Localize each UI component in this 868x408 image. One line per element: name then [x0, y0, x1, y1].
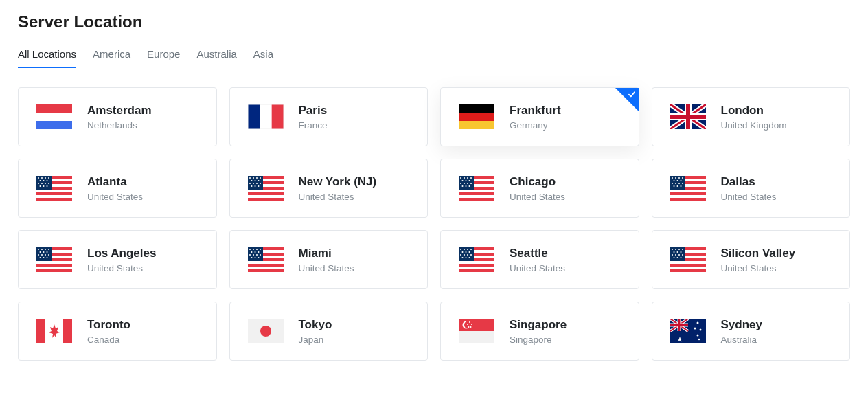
flag-icon-us	[36, 176, 72, 201]
flag-icon-ca	[36, 319, 72, 343]
location-text: MiamiUnited States	[299, 246, 354, 273]
flag-icon-us	[459, 176, 494, 201]
location-text: ChicagoUnited States	[510, 174, 565, 202]
location-text: AmsterdamNetherlands	[87, 103, 152, 131]
location-country: Netherlands	[87, 120, 152, 131]
location-city: Frankfurt	[510, 103, 561, 118]
flag-icon-sg	[459, 319, 494, 343]
location-city: Sydney	[721, 317, 762, 332]
location-country: France	[299, 120, 328, 131]
tab-asia[interactable]: Asia	[253, 48, 273, 68]
location-city: Dallas	[721, 174, 777, 190]
flag-icon-jp	[248, 319, 284, 343]
location-city: Tokyo	[299, 317, 332, 332]
location-country: United States	[510, 263, 565, 273]
flag-icon-us	[248, 247, 284, 272]
location-city: Miami	[299, 246, 354, 261]
check-icon	[627, 89, 637, 99]
tab-europe[interactable]: Europe	[147, 48, 180, 68]
flag-icon-nl	[36, 104, 72, 129]
location-text: FrankfurtGermany	[510, 103, 561, 131]
location-card-miami[interactable]: MiamiUnited States	[229, 230, 429, 289]
location-card-frankfurt[interactable]: FrankfurtGermany	[440, 87, 639, 146]
flag-icon-us	[670, 176, 706, 201]
location-country: Australia	[721, 335, 762, 345]
location-card-london[interactable]: LondonUnited Kingdom	[652, 87, 851, 146]
location-text: DallasUnited States	[721, 174, 777, 202]
flag-icon-fr	[248, 104, 284, 129]
location-country: United States	[87, 192, 143, 202]
location-card-new-york[interactable]: New York (NJ)United States	[229, 159, 429, 218]
location-city: Chicago	[510, 174, 565, 190]
location-text: TorontoCanada	[87, 317, 130, 345]
location-country: United States	[510, 192, 565, 202]
location-city: New York (NJ)	[299, 174, 377, 190]
flag-icon-us	[670, 247, 706, 272]
location-city: Los Angeles	[87, 246, 156, 261]
location-card-tokyo[interactable]: TokyoJapan	[229, 302, 429, 361]
location-country: United Kingdom	[721, 120, 787, 131]
location-card-paris[interactable]: ParisFrance	[229, 87, 429, 146]
location-card-toronto[interactable]: TorontoCanada	[18, 302, 217, 361]
location-card-dallas[interactable]: DallasUnited States	[652, 159, 851, 218]
location-city: Silicon Valley	[721, 246, 796, 261]
location-text: SeattleUnited States	[510, 246, 565, 273]
location-country: Germany	[510, 120, 561, 131]
location-text: Los AngelesUnited States	[87, 246, 156, 273]
location-text: SydneyAustralia	[721, 317, 762, 345]
location-country: United States	[299, 263, 354, 273]
location-city: Amsterdam	[87, 103, 152, 118]
location-city: Toronto	[87, 317, 130, 332]
flag-icon-au	[670, 319, 706, 343]
location-grid: AmsterdamNetherlandsParisFranceFrankfurt…	[18, 87, 850, 361]
location-card-seattle[interactable]: SeattleUnited States	[440, 230, 639, 289]
location-text: SingaporeSingapore	[510, 317, 567, 345]
flag-icon-us	[36, 247, 72, 272]
location-city: Singapore	[510, 317, 567, 332]
location-country: Singapore	[510, 335, 567, 345]
location-card-los-angeles[interactable]: Los AngelesUnited States	[18, 230, 217, 289]
flag-icon-us	[248, 176, 284, 201]
location-text: New York (NJ)United States	[299, 174, 377, 202]
location-card-atlanta[interactable]: AtlantaUnited States	[18, 159, 217, 218]
tab-america[interactable]: America	[93, 48, 130, 68]
tab-australia[interactable]: Australia	[196, 48, 236, 68]
location-country: United States	[299, 192, 377, 202]
location-card-silicon-valley[interactable]: Silicon ValleyUnited States	[652, 230, 851, 289]
location-text: Silicon ValleyUnited States	[721, 246, 796, 273]
location-text: TokyoJapan	[299, 317, 332, 345]
location-card-amsterdam[interactable]: AmsterdamNetherlands	[18, 87, 217, 146]
page-title: Server Location	[18, 12, 850, 32]
location-city: London	[721, 103, 787, 118]
location-country: United States	[721, 192, 777, 202]
location-card-singapore[interactable]: SingaporeSingapore	[440, 302, 639, 361]
flag-icon-us	[459, 247, 494, 272]
location-text: LondonUnited Kingdom	[721, 103, 787, 131]
location-city: Paris	[299, 103, 328, 118]
location-city: Atlanta	[87, 174, 143, 190]
location-text: ParisFrance	[299, 103, 328, 131]
location-card-chicago[interactable]: ChicagoUnited States	[440, 159, 639, 218]
location-city: Seattle	[510, 246, 565, 261]
tab-all-locations[interactable]: All Locations	[18, 48, 76, 68]
flag-icon-de	[459, 104, 494, 129]
location-country: United States	[721, 263, 796, 273]
location-country: Japan	[299, 335, 332, 345]
location-card-sydney[interactable]: SydneyAustralia	[652, 302, 851, 361]
location-country: Canada	[87, 335, 130, 345]
location-text: AtlantaUnited States	[87, 174, 143, 202]
location-country: United States	[87, 263, 156, 273]
flag-icon-gb	[670, 104, 706, 129]
tabs: All LocationsAmericaEuropeAustraliaAsia	[18, 48, 850, 68]
